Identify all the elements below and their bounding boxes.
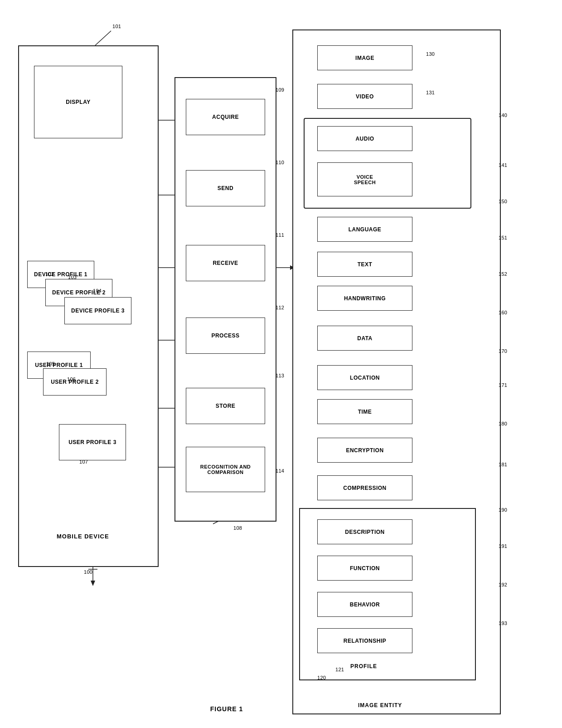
data-label: DATA [357, 335, 373, 342]
recognition-box: RECOGNITION AND COMPARISON [186, 447, 265, 492]
ref-180: 180 [499, 421, 507, 426]
behavior-label: BEHAVIOR [350, 601, 380, 608]
store-box: STORE [186, 388, 265, 424]
device-profile-3-box: DEVICE PROFILE 3 [64, 297, 131, 324]
recognition-label: RECOGNITION AND COMPARISON [200, 464, 251, 475]
svg-marker-3 [91, 581, 95, 586]
description-label: DESCRIPTION [345, 529, 385, 535]
ref-108: 108 [233, 525, 242, 531]
image-label: IMAGE [355, 55, 374, 61]
user-profile-1-label: USER PROFILE 1 [35, 362, 83, 368]
ref-121: 121 [335, 667, 344, 672]
compression-label: COMPRESSION [343, 485, 387, 491]
handwriting-label: HANDWRITING [344, 295, 386, 302]
process-box: PROCESS [186, 318, 265, 354]
mobile-device-label: MOBILE DEVICE [57, 533, 109, 540]
user-profile-3-label: USER PROFILE 3 [68, 439, 116, 445]
send-label: SEND [218, 185, 233, 191]
compression-box: COMPRESSION [317, 475, 412, 500]
time-label: TIME [358, 409, 372, 415]
function-label: FUNCTION [350, 565, 380, 572]
ref-152: 152 [499, 271, 507, 277]
figure-caption: FIGURE 1 [181, 705, 272, 713]
audio-box: AUDIO [317, 126, 412, 151]
ref-160: 160 [499, 310, 507, 315]
receive-label: RECEIVE [213, 260, 238, 266]
device-profile-3-label: DEVICE PROFILE 3 [71, 308, 125, 314]
data-box: DATA [317, 326, 412, 351]
video-label: VIDEO [356, 93, 374, 100]
ref-107: 107 [79, 459, 88, 464]
language-label: LANGUAGE [349, 226, 382, 233]
audio-label: AUDIO [355, 136, 374, 142]
description-box: DESCRIPTION [317, 519, 412, 544]
time-box: TIME [317, 399, 412, 424]
ref-110: 110 [276, 160, 284, 165]
acquire-box: ACQUIRE [186, 99, 265, 135]
receive-box: RECEIVE [186, 245, 265, 281]
ref-120: 120 [317, 675, 326, 680]
ref-151: 151 [499, 235, 507, 240]
ref-181: 181 [499, 462, 507, 467]
display-box: DISPLAY [34, 66, 122, 138]
function-box: FUNCTION [317, 556, 412, 581]
ref-190: 190 [499, 507, 507, 513]
diagram-container: DISPLAY DEVICE PROFILE 1 DEVICE PROFILE … [0, 0, 562, 728]
ref-131: 131 [426, 90, 435, 95]
language-box: LANGUAGE [317, 217, 412, 242]
ref-193: 193 [499, 621, 507, 626]
video-box: VIDEO [317, 84, 412, 109]
ref-150: 150 [499, 199, 507, 204]
ref-171: 171 [499, 382, 507, 388]
handwriting-box: HANDWRITING [317, 286, 412, 311]
voice-speech-box: VOICE SPEECH [317, 162, 412, 196]
ref-109: 109 [276, 87, 284, 93]
ref-104: 104 [93, 288, 102, 293]
relationship-label: RELATIONSHIP [344, 638, 386, 644]
acquire-label: ACQUIRE [212, 114, 239, 120]
behavior-box: BEHAVIOR [317, 592, 412, 617]
image-box: IMAGE [317, 45, 412, 70]
ref-191: 191 [499, 543, 507, 549]
ref-101: 101 [112, 24, 121, 29]
display-label: DISPLAY [66, 99, 90, 105]
user-profile-2-box: USER PROFILE 2 [43, 368, 107, 396]
ref-111: 111 [276, 232, 284, 238]
ref-105: 105 [46, 361, 55, 366]
user-profile-3-box: USER PROFILE 3 [59, 424, 126, 460]
ref-112: 112 [276, 305, 284, 310]
ref-113: 113 [276, 373, 284, 378]
ref-102: 102 [45, 271, 54, 277]
encryption-box: ENCRYPTION [317, 438, 412, 463]
ref-141: 141 [499, 162, 507, 168]
location-label: LOCATION [350, 375, 380, 381]
ref-100: 100 [84, 569, 92, 575]
text-label: TEXT [358, 261, 373, 268]
device-profile-1-label: DEVICE PROFILE 1 [34, 271, 87, 278]
ref-103: 103 [68, 274, 77, 280]
voice-speech-label: VOICE SPEECH [354, 174, 376, 185]
relationship-box: RELATIONSHIP [317, 628, 412, 653]
text-box: TEXT [317, 252, 412, 277]
process-label: PROCESS [211, 332, 239, 339]
ref-170: 170 [499, 348, 507, 354]
ref-140: 140 [499, 112, 507, 118]
send-box: SEND [186, 170, 265, 206]
ref-192: 192 [499, 582, 507, 587]
image-entity-bottom-label: IMAGE ENTITY [358, 702, 402, 708]
store-label: STORE [216, 403, 236, 409]
location-box: LOCATION [317, 365, 412, 390]
ref-114: 114 [276, 468, 284, 474]
svg-line-26 [95, 31, 111, 45]
ref-130: 130 [426, 51, 435, 57]
encryption-label: ENCRYPTION [346, 447, 383, 454]
profile-label: PROFILE [350, 663, 377, 669]
ref-106: 106 [67, 376, 76, 382]
